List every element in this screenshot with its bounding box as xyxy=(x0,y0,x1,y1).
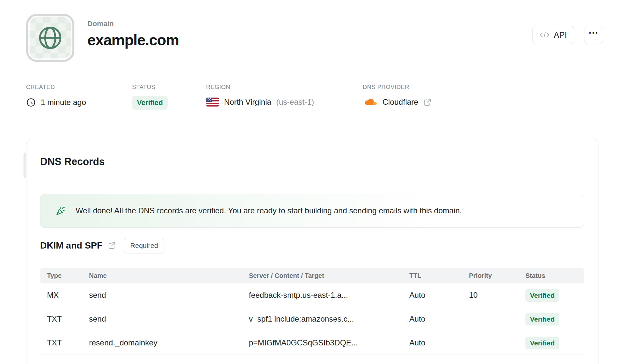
column-header-name: Name xyxy=(89,272,249,280)
column-header-ttl: TTL xyxy=(409,272,469,280)
code-icon xyxy=(540,32,550,38)
table-header-row: Type Name Server / Content / Target TTL … xyxy=(40,268,584,283)
meta-status: STATUS Verified xyxy=(132,84,168,110)
record-content: v=spf1 include:amazonses.c... xyxy=(249,314,409,324)
region-label: REGION xyxy=(206,84,314,91)
table-row: TXT send v=spf1 include:amazonses.c... A… xyxy=(40,307,584,331)
record-content: feedback-smtp.us-east-1.a... xyxy=(249,291,409,300)
party-popper-icon xyxy=(55,205,67,217)
dns-table-body: MX send feedback-smtp.us-east-1.a... Aut… xyxy=(40,283,584,355)
record-name: send xyxy=(89,291,249,300)
region-value: North Virginia xyxy=(224,98,271,107)
record-priority: 10 xyxy=(469,291,525,300)
clock-icon xyxy=(26,98,36,107)
record-name: resend._domainkey xyxy=(89,338,249,347)
meta-created: CREATED 1 minute ago xyxy=(26,84,86,107)
column-header-type: Type xyxy=(40,272,89,280)
column-header-content: Server / Content / Target xyxy=(249,272,409,280)
dns-provider-value: Cloudflare xyxy=(383,98,418,107)
globe-icon xyxy=(37,24,64,52)
dkim-spf-title: DKIM and SPF xyxy=(40,240,102,251)
status-badge: Verified xyxy=(525,337,559,349)
success-banner: Well done! All the DNS records are verif… xyxy=(40,194,584,228)
record-status-cell: Verified xyxy=(525,289,584,302)
domain-detail-page: Domain example.com API ··· CREATED 1 min… xyxy=(0,0,634,364)
meta-dns-provider: DNS PROVIDER Cloudflare xyxy=(363,84,432,107)
cloudflare-icon xyxy=(363,98,378,106)
record-ttl: Auto xyxy=(409,338,469,347)
record-type: TXT xyxy=(40,338,89,347)
status-badge: Verified xyxy=(525,313,559,326)
meta-region: REGION xyxy=(206,84,314,107)
record-ttl: Auto xyxy=(409,314,469,324)
dns-provider-label: DNS PROVIDER xyxy=(363,84,432,91)
record-type: MX xyxy=(40,291,89,300)
record-status-cell: Verified xyxy=(525,313,584,326)
required-badge: Required xyxy=(124,238,164,253)
success-banner-message: Well done! All the DNS records are verif… xyxy=(76,206,462,215)
api-button-label: API xyxy=(554,30,567,40)
record-name: send xyxy=(89,314,249,324)
record-content: p=MIGfMA0GCSqGSIb3DQE... xyxy=(249,338,409,347)
status-badge: Verified xyxy=(132,96,168,110)
record-ttl: Auto xyxy=(409,291,469,300)
page-title: example.com xyxy=(87,31,179,49)
api-button[interactable]: API xyxy=(532,26,574,44)
dkim-spf-header: DKIM and SPF Required xyxy=(40,238,164,253)
column-header-priority: Priority xyxy=(469,272,525,280)
column-header-status: Status xyxy=(525,272,584,280)
created-label: CREATED xyxy=(26,84,86,91)
more-options-button[interactable]: ··· xyxy=(584,26,603,44)
record-status-cell: Verified xyxy=(525,337,584,349)
status-badge: Verified xyxy=(525,289,559,302)
region-code: (us-east-1) xyxy=(276,98,314,107)
status-label: STATUS xyxy=(132,84,168,91)
header-actions: API ··· xyxy=(532,26,603,44)
table-row: TXT resend._domainkey p=MIGfMA0GCSqGSIb3… xyxy=(40,331,584,355)
page-title-block: Domain example.com xyxy=(87,20,179,49)
record-type: TXT xyxy=(40,314,89,324)
domain-label: Domain xyxy=(87,20,179,28)
created-value: 1 minute ago xyxy=(41,98,86,107)
domain-avatar xyxy=(26,14,74,62)
dns-records-title: DNS Records xyxy=(40,156,105,168)
us-flag-icon xyxy=(206,98,219,107)
dns-records-table: Type Name Server / Content / Target TTL … xyxy=(40,268,584,355)
external-link-icon[interactable] xyxy=(423,98,432,107)
dns-records-card: DNS Records Well done! All the DNS recor… xyxy=(26,139,598,364)
external-link-icon[interactable] xyxy=(108,241,116,250)
table-row: MX send feedback-smtp.us-east-1.a... Aut… xyxy=(40,283,584,307)
